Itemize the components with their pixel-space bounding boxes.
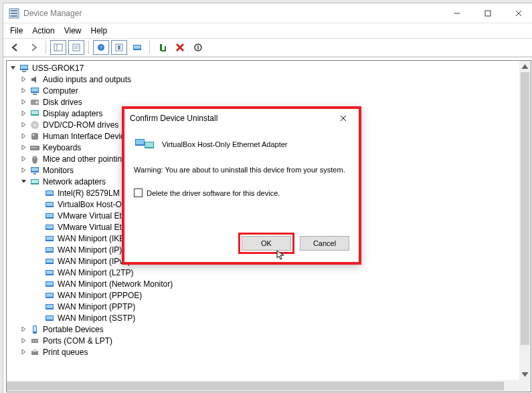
keyboard-icon <box>29 142 40 153</box>
chevron-right-icon[interactable] <box>19 336 28 346</box>
svg-rect-47 <box>31 180 38 183</box>
tree-category[interactable]: Print queues <box>7 346 519 358</box>
svg-rect-38 <box>31 147 33 148</box>
menu-file[interactable]: File <box>10 26 23 35</box>
chevron-right-icon[interactable] <box>19 325 28 334</box>
svg-rect-39 <box>33 147 35 148</box>
chevron-right-icon[interactable] <box>19 154 28 164</box>
chevron-right-icon[interactable] <box>19 143 28 152</box>
maximize-button[interactable] <box>472 3 503 23</box>
scrollbar-corner <box>519 380 531 392</box>
close-button[interactable] <box>503 3 532 23</box>
help-button[interactable]: ? <box>93 40 109 55</box>
show-hide-tree-button[interactable] <box>50 40 66 55</box>
svg-rect-35 <box>31 133 38 140</box>
svg-rect-18 <box>134 45 141 49</box>
svg-rect-55 <box>46 225 53 229</box>
tree-device[interactable]: WAN Miniport (PPTP) <box>7 301 519 312</box>
vertical-scroll-thumb[interactable] <box>521 72 529 345</box>
dialog-body: VirtualBox Host-Only Ethernet Adapter Wa… <box>124 127 359 232</box>
netchild-icon <box>44 301 55 312</box>
dialog-device-name: VirtualBox Host-Only Ethernet Adapter <box>162 140 288 148</box>
svg-rect-59 <box>46 248 53 251</box>
svg-rect-28 <box>33 94 37 95</box>
tree-root[interactable]: USS-GROK17 <box>7 62 519 74</box>
tree-category[interactable]: Portable Devices <box>7 323 519 335</box>
horizontal-scrollbar[interactable] <box>7 380 519 392</box>
chevron-right-icon[interactable] <box>19 348 28 357</box>
netchild-icon <box>44 279 55 289</box>
svg-rect-71 <box>46 316 53 319</box>
dialog-warning-text: Warning: You are about to uninstall this… <box>134 166 349 174</box>
app-icon <box>9 8 19 19</box>
dialog-titlebar: Confirm Device Uninstall <box>124 109 359 127</box>
netchild-icon <box>44 245 55 255</box>
svg-rect-57 <box>46 237 53 240</box>
chevron-right-icon[interactable] <box>19 86 28 96</box>
netchild-icon <box>44 233 55 244</box>
tree-device[interactable]: WAN Miniport (PPPOE) <box>7 289 519 301</box>
scroll-up-icon[interactable] <box>519 61 531 72</box>
svg-rect-19 <box>160 44 162 51</box>
netchild-icon <box>44 211 55 221</box>
scroll-down-icon[interactable] <box>519 369 531 380</box>
forward-button[interactable] <box>25 40 41 55</box>
svg-rect-78 <box>33 349 37 352</box>
cancel-button[interactable]: Cancel <box>300 236 349 251</box>
chevron-right-icon[interactable] <box>19 109 28 118</box>
svg-rect-2 <box>11 13 17 14</box>
svg-rect-5 <box>485 11 491 16</box>
properties-button[interactable] <box>68 40 84 55</box>
network-icon <box>29 176 40 187</box>
delete-driver-label: Delete the driver software for this devi… <box>147 189 280 197</box>
svg-rect-65 <box>46 282 53 285</box>
dialog-actions: OK Cancel <box>124 232 359 262</box>
horizontal-scroll-thumb[interactable] <box>7 382 504 390</box>
svg-rect-73 <box>33 326 36 332</box>
window-title: Device Manager <box>23 9 82 18</box>
scan-hardware-button[interactable] <box>129 40 145 55</box>
menu-action[interactable]: Action <box>32 26 54 35</box>
disable-button[interactable] <box>190 40 206 55</box>
svg-rect-32 <box>31 111 38 114</box>
vertical-scrollbar[interactable] <box>519 61 531 380</box>
toolbar: ? <box>3 38 532 57</box>
ports-icon <box>29 336 40 346</box>
svg-rect-24 <box>21 66 27 69</box>
tree-category[interactable]: Audio inputs and outputs <box>7 74 519 85</box>
chevron-down-icon[interactable] <box>8 63 17 73</box>
delete-driver-checkbox[interactable]: Delete the driver software for this devi… <box>134 188 349 197</box>
ok-button-highlight: OK <box>238 233 294 254</box>
menu-help[interactable]: Help <box>91 26 108 35</box>
root-icon <box>19 63 29 74</box>
chevron-right-icon[interactable] <box>19 166 28 175</box>
minimize-button[interactable] <box>442 3 472 23</box>
tree-category[interactable]: Computer <box>7 85 519 96</box>
svg-rect-36 <box>33 134 34 136</box>
svg-rect-3 <box>11 15 17 17</box>
update-driver-button[interactable] <box>154 40 170 55</box>
tree-device[interactable]: WAN Miniport (SSTP) <box>7 312 519 323</box>
back-button[interactable] <box>7 40 23 55</box>
dialog-close-button[interactable] <box>333 111 353 126</box>
chevron-right-icon[interactable] <box>19 132 28 141</box>
svg-rect-63 <box>46 271 53 274</box>
chevron-right-icon[interactable] <box>19 75 28 84</box>
netchild-icon <box>44 256 55 267</box>
menu-view[interactable]: View <box>64 26 82 35</box>
tree-device[interactable]: WAN Miniport (L2TP) <box>7 267 519 278</box>
chevron-down-icon[interactable] <box>19 177 28 186</box>
tree-device[interactable]: WAN Miniport (Network Monitor) <box>7 278 519 289</box>
svg-rect-16 <box>118 45 120 49</box>
confirm-uninstall-dialog: Confirm Device Uninstall VirtualBox Host… <box>122 106 361 265</box>
uninstall-button[interactable] <box>172 40 188 55</box>
svg-rect-45 <box>33 173 36 174</box>
tree-category[interactable]: Ports (COM & LPT) <box>7 335 519 346</box>
disk-icon <box>29 97 40 108</box>
action-button[interactable] <box>111 40 127 55</box>
chevron-right-icon[interactable] <box>19 120 28 130</box>
ok-button[interactable]: OK <box>242 236 291 251</box>
display-icon <box>29 108 40 119</box>
svg-rect-8 <box>54 44 62 51</box>
chevron-right-icon[interactable] <box>19 98 28 107</box>
